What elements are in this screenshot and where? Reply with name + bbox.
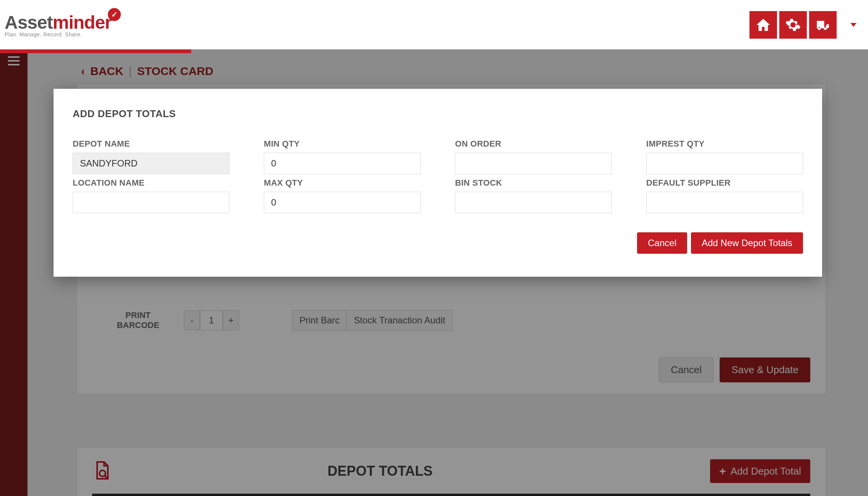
modal-cancel-button[interactable]: Cancel — [637, 232, 687, 254]
label-imprest-qty: IMPREST QTY — [646, 139, 803, 149]
chevron-down-icon[interactable] — [850, 23, 857, 27]
add-depot-totals-modal: ADD DEPOT TOTALS DEPOT NAME LOCATION NAM… — [54, 89, 822, 277]
label-on-order: ON ORDER — [455, 139, 612, 149]
label-depot-name: DEPOT NAME — [73, 139, 229, 149]
check-badge-icon: ✓ — [108, 8, 121, 21]
min-qty-field[interactable] — [264, 153, 421, 174]
gear-icon[interactable] — [779, 11, 807, 39]
accent-stripe — [0, 49, 191, 53]
top-icon-bar — [749, 11, 857, 39]
max-qty-field[interactable] — [264, 192, 421, 213]
brand-logo: Assetminder ✓ Plan. Manage. Record. Shar… — [5, 12, 112, 38]
default-supplier-field[interactable] — [646, 192, 803, 213]
home-icon[interactable] — [749, 11, 777, 39]
location-name-field[interactable] — [73, 192, 229, 213]
label-bin-stock: BIN STOCK — [455, 178, 612, 188]
top-header: Assetminder ✓ Plan. Manage. Record. Shar… — [0, 0, 868, 49]
on-order-field[interactable] — [455, 153, 612, 174]
brand-part2: minder — [53, 12, 112, 33]
label-min-qty: MIN QTY — [264, 139, 421, 149]
label-default-supplier: DEFAULT SUPPLIER — [646, 178, 803, 188]
truck-icon[interactable] — [809, 11, 837, 39]
imprest-qty-field[interactable] — [646, 153, 803, 174]
brand-part1: Asset — [5, 12, 53, 33]
bin-stock-field[interactable] — [455, 192, 612, 213]
modal-add-button[interactable]: Add New Depot Totals — [691, 232, 803, 254]
label-location-name: LOCATION NAME — [73, 178, 229, 188]
depot-name-field[interactable] — [73, 153, 229, 174]
modal-title: ADD DEPOT TOTALS — [73, 108, 803, 120]
label-max-qty: MAX QTY — [264, 178, 421, 188]
